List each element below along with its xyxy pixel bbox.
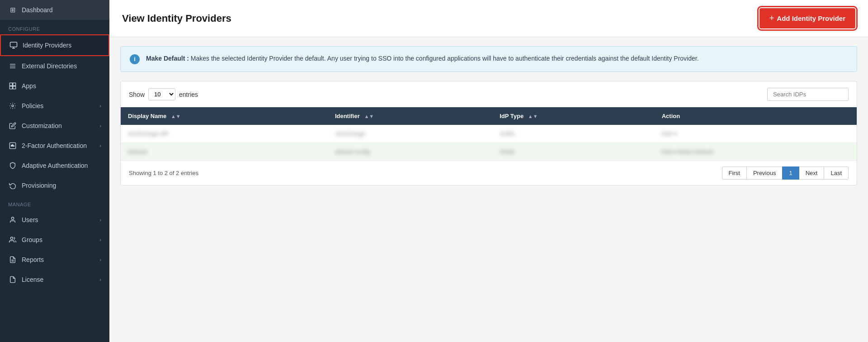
showing-text: Showing 1 to 2 of 2 entries xyxy=(129,170,198,176)
section-manage: Manage xyxy=(0,195,109,210)
entries-label: entries xyxy=(179,91,198,98)
idp-table: Display Name ▲▼ Identifier ▲▼ IdP Type ▲… xyxy=(121,107,857,161)
sidebar-item-label: Apps xyxy=(22,82,101,90)
sidebar-item-label: External Directories xyxy=(22,62,101,70)
info-body-text: Makes the selected Identity Provider the… xyxy=(189,55,699,62)
col-identifier: Identifier ▲▼ xyxy=(328,107,492,125)
sidebar-item-identity-providers[interactable]: Identity Providers xyxy=(0,34,109,56)
cell-action: Edit ▾ Make Default xyxy=(655,143,857,161)
show-label: Show xyxy=(129,91,145,98)
users-icon xyxy=(8,215,17,224)
groups-icon xyxy=(8,235,17,244)
cell-identifier: miniOrange xyxy=(328,125,492,143)
sidebar-item-dashboard[interactable]: ⊞ Dashboard xyxy=(0,0,109,20)
svg-rect-0 xyxy=(10,42,17,47)
cell-idp-type: SAML xyxy=(492,125,654,143)
cell-identifier: default config xyxy=(328,143,492,161)
sidebar-item-policies[interactable]: Policies › xyxy=(0,96,109,116)
sidebar-item-provisioning[interactable]: Provisioning xyxy=(0,176,109,195)
2fa-icon xyxy=(8,141,17,150)
provisioning-icon xyxy=(8,181,17,190)
svg-rect-6 xyxy=(9,86,12,89)
sidebar-item-apps[interactable]: Apps xyxy=(0,76,109,96)
sidebar-item-2fa[interactable]: 2-Factor Authentication › xyxy=(0,136,109,156)
page-header: View Identity Providers + Add Identity P… xyxy=(109,0,868,37)
chevron-icon: › xyxy=(99,143,101,148)
apps-icon xyxy=(8,81,17,90)
col-action: Action xyxy=(655,107,857,125)
dashboard-icon: ⊞ xyxy=(8,5,17,14)
main-content: View Identity Providers + Add Identity P… xyxy=(109,0,868,342)
policies-icon xyxy=(8,101,17,110)
table-controls: Show 10 25 50 100 entries xyxy=(121,81,857,107)
page-body: i Make Default : Makes the selected Iden… xyxy=(109,37,868,342)
chevron-icon: › xyxy=(99,237,101,242)
info-bold-text: Make Default : xyxy=(146,55,189,62)
svg-point-8 xyxy=(12,105,14,107)
table-body: miniOrange IdP miniOrange SAML Edit ▾ De… xyxy=(121,125,857,161)
table-footer: Showing 1 to 2 of 2 entries First Previo… xyxy=(121,161,857,185)
section-configure: Configure xyxy=(0,20,109,34)
plus-icon: + xyxy=(769,14,774,23)
table-header: Display Name ▲▼ Identifier ▲▼ IdP Type ▲… xyxy=(121,107,857,125)
svg-point-10 xyxy=(11,217,14,219)
sidebar-item-label: Groups xyxy=(22,236,95,243)
col-idp-type: IdP Type ▲▼ xyxy=(492,107,654,125)
cell-action: Edit ▾ xyxy=(655,125,857,143)
svg-rect-7 xyxy=(13,86,16,89)
svg-point-11 xyxy=(10,237,13,239)
sidebar-item-label: Policies xyxy=(22,102,95,109)
info-icon: i xyxy=(130,54,140,64)
cell-display-name: miniOrange IdP xyxy=(121,125,328,143)
pagination-last[interactable]: Last xyxy=(824,166,849,180)
cell-display-name: Default xyxy=(121,143,328,161)
sidebar-item-label: Customization xyxy=(22,122,95,129)
table-row: Default default config SAML Edit ▾ Make … xyxy=(121,143,857,161)
chevron-icon: › xyxy=(99,217,101,223)
show-entries: Show 10 25 50 100 entries xyxy=(129,88,198,100)
svg-rect-5 xyxy=(13,83,16,86)
search-input[interactable] xyxy=(767,88,849,101)
idp-table-card: Show 10 25 50 100 entries Display xyxy=(120,81,857,185)
sidebar-item-label: Identity Providers xyxy=(23,42,100,49)
sort-icon: ▲▼ xyxy=(171,114,181,119)
info-text: Make Default : Makes the selected Identi… xyxy=(146,54,699,63)
col-display-name: Display Name ▲▼ xyxy=(121,107,328,125)
page-title: View Identity Providers xyxy=(122,13,231,24)
pagination-current[interactable]: 1 xyxy=(782,166,799,180)
pagination-next[interactable]: Next xyxy=(799,166,825,180)
identity-providers-icon xyxy=(9,41,18,50)
chevron-icon: › xyxy=(99,277,101,282)
adaptive-auth-icon xyxy=(8,161,17,170)
table-row: miniOrange IdP miniOrange SAML Edit ▾ xyxy=(121,125,857,143)
chevron-icon: › xyxy=(99,257,101,262)
sidebar-item-external-directories[interactable]: External Directories xyxy=(0,56,109,76)
sidebar: ⊞ Dashboard Configure Identity Providers… xyxy=(0,0,109,342)
chevron-icon: › xyxy=(99,123,101,128)
sidebar-item-label: Provisioning xyxy=(22,182,101,189)
sidebar-item-groups[interactable]: Groups › xyxy=(0,230,109,250)
sidebar-item-label: 2-Factor Authentication xyxy=(22,142,95,149)
sort-icon: ▲▼ xyxy=(528,114,538,119)
reports-icon xyxy=(8,255,17,264)
add-identity-provider-button[interactable]: + Add Identity Provider xyxy=(760,8,855,28)
entries-select[interactable]: 10 25 50 100 xyxy=(148,88,175,100)
add-button-label: Add Identity Provider xyxy=(777,14,845,22)
external-directories-icon xyxy=(8,62,17,71)
sidebar-item-license[interactable]: License › xyxy=(0,270,109,290)
sidebar-item-users[interactable]: Users › xyxy=(0,210,109,230)
license-icon xyxy=(8,275,17,284)
sidebar-item-adaptive-auth[interactable]: Adaptive Authentication xyxy=(0,156,109,176)
sidebar-item-reports[interactable]: Reports › xyxy=(0,250,109,270)
sidebar-item-label: Adaptive Authentication xyxy=(22,162,101,169)
pagination-first[interactable]: First xyxy=(722,166,747,180)
sidebar-item-customization[interactable]: Customization › xyxy=(0,116,109,136)
svg-rect-4 xyxy=(9,83,12,86)
sidebar-item-label: Dashboard xyxy=(22,6,101,14)
chevron-icon: › xyxy=(99,103,101,109)
customization-icon xyxy=(8,121,17,130)
sort-icon: ▲▼ xyxy=(364,114,374,119)
pagination: First Previous 1 Next Last xyxy=(722,166,849,180)
sidebar-item-label: Users xyxy=(22,216,95,223)
pagination-previous[interactable]: Previous xyxy=(746,166,783,180)
